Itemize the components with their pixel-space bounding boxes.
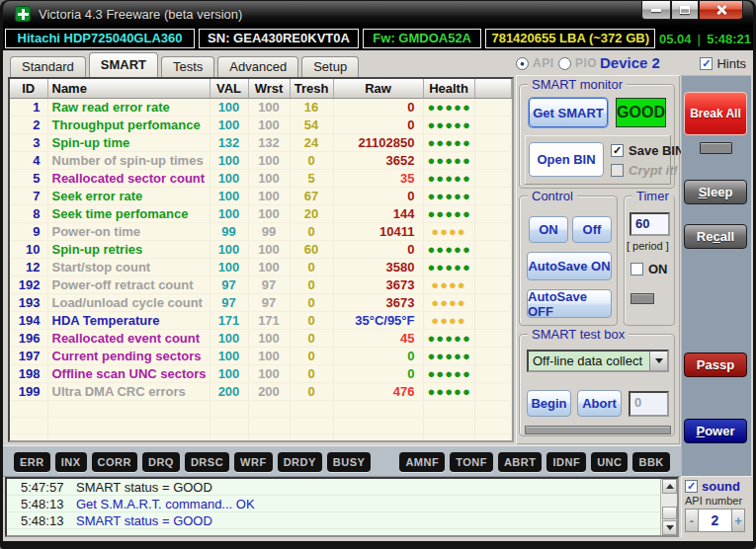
smart-row-198[interactable]: 198Offline scan UNC sectors10010000●●●●● xyxy=(10,364,512,382)
smart-row-199[interactable]: 199Ultra DMA CRC errors2002000476●●●●● xyxy=(10,382,512,400)
smart-row-empty xyxy=(10,433,512,442)
api-radio[interactable]: ● xyxy=(516,57,529,70)
smart-row-4[interactable]: 4Number of spin-up times10010003652●●●●● xyxy=(10,151,512,169)
device-indicator: Device 2 xyxy=(600,54,660,71)
api-number-increment-button[interactable]: + xyxy=(731,509,745,532)
hints-toggle[interactable]: ✓ Hints xyxy=(700,56,746,71)
log-line: 5:48:13SMART status = GOOD xyxy=(7,512,660,529)
smart-row-196[interactable]: 196Reallocated event count100100045●●●●● xyxy=(10,329,512,347)
smart-row-197[interactable]: 197Current pending sectors10010000●●●●● xyxy=(10,347,512,364)
log-panel: 5:47:57SMART status = GOOD5:48:13Get S.M… xyxy=(5,477,679,537)
header-tresh[interactable]: Tresh xyxy=(290,79,333,98)
timer-period-input[interactable]: 60 xyxy=(630,212,670,236)
header-health[interactable]: Health xyxy=(423,79,474,98)
timer-on-toggle[interactable]: ON xyxy=(630,262,668,276)
smart-row-9[interactable]: 9Power-on time9999010411●●●● xyxy=(10,222,512,240)
save-bin-checkbox[interactable]: ✓ xyxy=(611,144,624,157)
pio-radio[interactable] xyxy=(558,57,571,70)
smart-monitor-group: SMART monitor Get SMART GOOD Open BIN ✓ … xyxy=(519,84,675,189)
timer-period-label: [ period ] xyxy=(627,240,669,252)
power-button[interactable]: Power xyxy=(684,419,747,443)
smart-test-box-group: SMART test box Off-line data collect Beg… xyxy=(519,334,675,436)
open-bin-button[interactable]: Open BIN xyxy=(529,142,604,177)
header-raw[interactable]: Raw xyxy=(333,79,423,98)
smart-row-192[interactable]: 192Power-off retract count979703673●●●● xyxy=(10,275,512,293)
crypt-it-toggle[interactable]: Crypt it! xyxy=(611,163,678,178)
smart-row-8[interactable]: 8Seek time perfomance10010020144●●●●● xyxy=(10,204,512,222)
led-idnf: IDNF xyxy=(546,452,586,472)
time-value: 5:48:21 xyxy=(707,32,751,46)
get-smart-button[interactable]: Get SMART xyxy=(529,98,608,127)
api-number-decrement-button[interactable]: - xyxy=(685,509,699,532)
control-group: Control ON Off AutoSave ON AutoSave OFF xyxy=(519,196,618,326)
minimize-button[interactable] xyxy=(641,1,671,20)
save-bin-toggle[interactable]: ✓ Save BIN xyxy=(611,143,684,158)
autosave-off-button[interactable]: AutoSave OFF xyxy=(527,289,612,318)
maximize-button[interactable] xyxy=(671,1,699,20)
break-all-button[interactable]: Break All xyxy=(684,92,747,135)
tab-tests[interactable]: Tests xyxy=(161,56,214,77)
sound-checkbox[interactable]: ✓ xyxy=(685,480,698,493)
log-timestamp: 5:47:57 xyxy=(21,479,68,496)
test-select[interactable]: Off-line data collect xyxy=(527,350,669,372)
smart-row-193[interactable]: 193Load/unload cycle count979703673●●●● xyxy=(10,293,512,311)
maximize-icon xyxy=(680,6,690,14)
smart-row-5[interactable]: 5Reallocated sector count100100535●●●●● xyxy=(10,169,512,187)
pio-radio-group[interactable]: PIO xyxy=(558,56,597,70)
scroll-down-button[interactable] xyxy=(662,520,677,535)
tab-standard[interactable]: Standard xyxy=(10,56,86,77)
smart-row-1[interactable]: 1Raw read error rate100100160●●●●● xyxy=(10,98,512,116)
drive-info-bar: Hitachi HDP725040GLA360 SN: GEA430RE0KVT… xyxy=(3,27,753,50)
api-number-label: API number xyxy=(685,495,747,507)
test-counter-field[interactable]: 0 xyxy=(629,391,669,417)
bottom-right-panel: ✓ sound API number - 2 + xyxy=(681,476,751,537)
monitor-off-button[interactable]: Off xyxy=(572,216,612,243)
timer-indicator xyxy=(630,293,654,304)
header-wrst[interactable]: Wrst xyxy=(248,79,290,98)
date-time: 05.04 | 5:48:21 xyxy=(659,32,751,46)
arrow-down-icon xyxy=(666,525,674,530)
smart-row-2[interactable]: 2Throughput perfomance100100540●●●●● xyxy=(10,116,512,133)
timer-group-label: Timer xyxy=(632,189,673,203)
smart-row-7[interactable]: 7Seek error rate100100670●●●●● xyxy=(10,187,512,204)
close-button[interactable] xyxy=(699,1,743,20)
passp-button[interactable]: Passp xyxy=(684,353,747,377)
header-val[interactable]: VAL xyxy=(210,79,248,98)
smart-row-194[interactable]: 194HDA Temperature171171035°C/95°F●●●● xyxy=(10,311,512,329)
smart-attribute-grid: ID Name VAL Wrst Tresh Raw Health 1Raw r… xyxy=(8,77,514,442)
header-name[interactable]: Name xyxy=(47,79,210,98)
crypt-it-checkbox[interactable] xyxy=(611,164,624,177)
led-tonf: TONF xyxy=(450,452,493,472)
begin-test-button[interactable]: Begin xyxy=(527,390,571,417)
scroll-up-button[interactable] xyxy=(662,479,677,494)
api-number-value[interactable]: 2 xyxy=(699,509,731,532)
smart-row-12[interactable]: 12Start/stop count10010003580●●●●● xyxy=(10,258,512,275)
header-id[interactable]: ID xyxy=(10,79,47,98)
scrollbar-thumb[interactable] xyxy=(662,507,677,519)
recall-button[interactable]: Recall xyxy=(684,224,747,249)
hints-checkbox[interactable]: ✓ xyxy=(700,57,713,70)
log-scrollbar[interactable] xyxy=(660,479,677,535)
control-group-label: Control xyxy=(528,189,577,203)
led-unc: UNC xyxy=(591,452,628,472)
timer-on-checkbox[interactable] xyxy=(630,263,643,275)
autosave-on-button[interactable]: AutoSave ON xyxy=(527,252,612,280)
api-radio-group[interactable]: ● API xyxy=(516,56,554,70)
title-bar[interactable]: Victoria 4.3 Freeware (beta version) xyxy=(3,1,753,27)
smart-row-3[interactable]: 3Spin-up time1321322421102850●●●●● xyxy=(10,133,512,151)
sound-toggle[interactable]: ✓ sound xyxy=(685,479,747,494)
tab-smart[interactable]: SMART xyxy=(89,52,158,77)
monitor-on-button[interactable]: ON xyxy=(529,216,568,243)
led-group-errors: AMNFTONFABRTIDNFUNCBBK xyxy=(399,452,669,472)
abort-test-button[interactable]: Abort xyxy=(577,390,622,417)
minimize-icon xyxy=(651,9,661,12)
led-err: ERR xyxy=(14,452,50,472)
test-select-dropdown-button[interactable] xyxy=(649,352,667,370)
grid-header-row: ID Name VAL Wrst Tresh Raw Health xyxy=(10,79,512,98)
tab-setup[interactable]: Setup xyxy=(301,56,359,77)
timer-group: Timer 60 [ period ] ON xyxy=(624,196,675,326)
smart-row-10[interactable]: 10Spin-up retries100100600●●●●● xyxy=(10,240,512,258)
sleep-button[interactable]: Sleep xyxy=(684,180,747,204)
window-title: Victoria 4.3 Freeware (beta version) xyxy=(39,7,242,22)
tab-advanced[interactable]: Advanced xyxy=(217,56,298,77)
